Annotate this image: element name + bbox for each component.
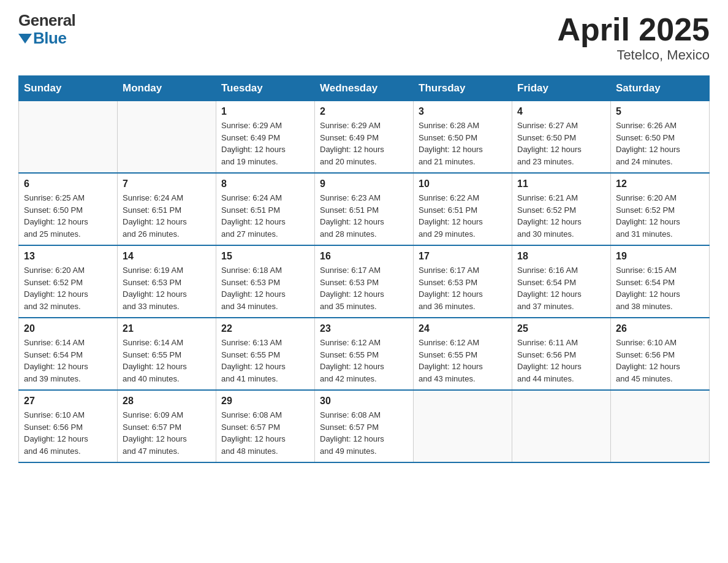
day-info: Sunrise: 6:24 AM Sunset: 6:51 PM Dayligh… bbox=[221, 192, 309, 240]
calendar-day-cell: 28Sunrise: 6:09 AM Sunset: 6:57 PM Dayli… bbox=[118, 390, 216, 462]
day-number: 23 bbox=[320, 323, 408, 334]
calendar-day-cell: 26Sunrise: 6:10 AM Sunset: 6:56 PM Dayli… bbox=[611, 318, 710, 390]
day-info: Sunrise: 6:26 AM Sunset: 6:50 PM Dayligh… bbox=[616, 120, 704, 167]
day-info: Sunrise: 6:12 AM Sunset: 6:55 PM Dayligh… bbox=[320, 337, 408, 385]
day-info: Sunrise: 6:20 AM Sunset: 6:52 PM Dayligh… bbox=[616, 192, 704, 240]
weekday-header: Monday bbox=[118, 76, 216, 101]
day-info: Sunrise: 6:10 AM Sunset: 6:56 PM Dayligh… bbox=[616, 337, 704, 385]
day-number: 19 bbox=[616, 251, 704, 262]
day-info: Sunrise: 6:09 AM Sunset: 6:57 PM Dayligh… bbox=[123, 409, 211, 457]
day-number: 20 bbox=[24, 323, 112, 334]
day-info: Sunrise: 6:11 AM Sunset: 6:56 PM Dayligh… bbox=[517, 337, 605, 385]
calendar-day-cell: 15Sunrise: 6:18 AM Sunset: 6:53 PM Dayli… bbox=[216, 245, 315, 318]
day-number: 22 bbox=[221, 323, 309, 334]
calendar-day-cell bbox=[414, 390, 512, 462]
day-number: 9 bbox=[320, 178, 408, 190]
day-info: Sunrise: 6:29 AM Sunset: 6:49 PM Dayligh… bbox=[221, 120, 309, 167]
calendar-day-cell: 24Sunrise: 6:12 AM Sunset: 6:55 PM Dayli… bbox=[414, 318, 512, 390]
calendar-table: SundayMondayTuesdayWednesdayThursdayFrid… bbox=[18, 75, 710, 463]
weekday-header: Saturday bbox=[611, 76, 710, 101]
weekday-header: Thursday bbox=[414, 76, 512, 101]
page-subtitle: Tetelco, Mexico bbox=[557, 47, 710, 63]
calendar-day-cell: 11Sunrise: 6:21 AM Sunset: 6:52 PM Dayli… bbox=[512, 173, 611, 245]
calendar-day-cell: 13Sunrise: 6:20 AM Sunset: 6:52 PM Dayli… bbox=[19, 245, 118, 318]
calendar-day-cell bbox=[118, 101, 216, 174]
day-info: Sunrise: 6:22 AM Sunset: 6:51 PM Dayligh… bbox=[419, 192, 507, 240]
day-number: 1 bbox=[221, 106, 309, 117]
calendar-day-cell: 25Sunrise: 6:11 AM Sunset: 6:56 PM Dayli… bbox=[512, 318, 611, 390]
day-number: 5 bbox=[616, 106, 704, 117]
day-info: Sunrise: 6:23 AM Sunset: 6:51 PM Dayligh… bbox=[320, 192, 408, 240]
day-number: 11 bbox=[517, 178, 605, 190]
logo-bottom-row: Blue bbox=[18, 29, 75, 48]
day-number: 17 bbox=[419, 251, 507, 262]
weekday-header: Wednesday bbox=[315, 76, 414, 101]
day-info: Sunrise: 6:18 AM Sunset: 6:53 PM Dayligh… bbox=[221, 264, 309, 312]
calendar-day-cell: 6Sunrise: 6:25 AM Sunset: 6:50 PM Daylig… bbox=[19, 173, 118, 245]
weekday-header: Tuesday bbox=[216, 76, 315, 101]
day-info: Sunrise: 6:14 AM Sunset: 6:54 PM Dayligh… bbox=[24, 337, 112, 385]
day-info: Sunrise: 6:13 AM Sunset: 6:55 PM Dayligh… bbox=[221, 337, 309, 385]
day-number: 6 bbox=[24, 178, 112, 190]
weekday-row: SundayMondayTuesdayWednesdayThursdayFrid… bbox=[19, 76, 710, 101]
calendar-week-row: 6Sunrise: 6:25 AM Sunset: 6:50 PM Daylig… bbox=[19, 173, 710, 245]
calendar-day-cell: 4Sunrise: 6:27 AM Sunset: 6:50 PM Daylig… bbox=[512, 101, 611, 174]
calendar-day-cell: 16Sunrise: 6:17 AM Sunset: 6:53 PM Dayli… bbox=[315, 245, 414, 318]
calendar-header: SundayMondayTuesdayWednesdayThursdayFrid… bbox=[19, 76, 710, 101]
day-number: 2 bbox=[320, 106, 408, 117]
calendar-body: 1Sunrise: 6:29 AM Sunset: 6:49 PM Daylig… bbox=[19, 101, 710, 463]
calendar-day-cell: 2Sunrise: 6:29 AM Sunset: 6:49 PM Daylig… bbox=[315, 101, 414, 174]
day-info: Sunrise: 6:19 AM Sunset: 6:53 PM Dayligh… bbox=[123, 264, 211, 312]
day-number: 15 bbox=[221, 251, 309, 262]
day-number: 26 bbox=[616, 323, 704, 334]
calendar-week-row: 1Sunrise: 6:29 AM Sunset: 6:49 PM Daylig… bbox=[19, 101, 710, 174]
day-info: Sunrise: 6:14 AM Sunset: 6:55 PM Dayligh… bbox=[123, 337, 211, 385]
day-number: 3 bbox=[419, 106, 507, 117]
calendar-day-cell: 14Sunrise: 6:19 AM Sunset: 6:53 PM Dayli… bbox=[118, 245, 216, 318]
calendar-day-cell: 23Sunrise: 6:12 AM Sunset: 6:55 PM Dayli… bbox=[315, 318, 414, 390]
calendar-day-cell: 10Sunrise: 6:22 AM Sunset: 6:51 PM Dayli… bbox=[414, 173, 512, 245]
calendar-day-cell bbox=[512, 390, 611, 462]
day-number: 14 bbox=[123, 251, 211, 262]
day-number: 16 bbox=[320, 251, 408, 262]
day-info: Sunrise: 6:25 AM Sunset: 6:50 PM Dayligh… bbox=[24, 192, 112, 240]
calendar-day-cell: 1Sunrise: 6:29 AM Sunset: 6:49 PM Daylig… bbox=[216, 101, 315, 174]
day-info: Sunrise: 6:17 AM Sunset: 6:53 PM Dayligh… bbox=[320, 264, 408, 312]
calendar-day-cell bbox=[19, 101, 118, 174]
calendar-day-cell: 17Sunrise: 6:17 AM Sunset: 6:53 PM Dayli… bbox=[414, 245, 512, 318]
day-number: 28 bbox=[123, 396, 211, 407]
calendar-day-cell: 27Sunrise: 6:10 AM Sunset: 6:56 PM Dayli… bbox=[19, 390, 118, 462]
day-info: Sunrise: 6:08 AM Sunset: 6:57 PM Dayligh… bbox=[320, 409, 408, 457]
calendar-week-row: 27Sunrise: 6:10 AM Sunset: 6:56 PM Dayli… bbox=[19, 390, 710, 462]
day-number: 7 bbox=[123, 178, 211, 190]
day-info: Sunrise: 6:16 AM Sunset: 6:54 PM Dayligh… bbox=[517, 264, 605, 312]
day-number: 24 bbox=[419, 323, 507, 334]
day-info: Sunrise: 6:08 AM Sunset: 6:57 PM Dayligh… bbox=[221, 409, 309, 457]
calendar-day-cell: 18Sunrise: 6:16 AM Sunset: 6:54 PM Dayli… bbox=[512, 245, 611, 318]
day-number: 25 bbox=[517, 323, 605, 334]
calendar-day-cell: 5Sunrise: 6:26 AM Sunset: 6:50 PM Daylig… bbox=[611, 101, 710, 174]
page-header: General Blue April 2025 Tetelco, Mexico bbox=[18, 12, 710, 63]
day-info: Sunrise: 6:28 AM Sunset: 6:50 PM Dayligh… bbox=[419, 120, 507, 167]
day-number: 27 bbox=[24, 396, 112, 407]
calendar-week-row: 20Sunrise: 6:14 AM Sunset: 6:54 PM Dayli… bbox=[19, 318, 710, 390]
day-info: Sunrise: 6:20 AM Sunset: 6:52 PM Dayligh… bbox=[24, 264, 112, 312]
day-number: 29 bbox=[221, 396, 309, 407]
day-number: 13 bbox=[24, 251, 112, 262]
calendar-day-cell: 20Sunrise: 6:14 AM Sunset: 6:54 PM Dayli… bbox=[19, 318, 118, 390]
weekday-header: Friday bbox=[512, 76, 611, 101]
page-title: April 2025 bbox=[557, 12, 710, 47]
title-block: April 2025 Tetelco, Mexico bbox=[557, 12, 710, 63]
day-number: 4 bbox=[517, 106, 605, 117]
day-info: Sunrise: 6:27 AM Sunset: 6:50 PM Dayligh… bbox=[517, 120, 605, 167]
day-info: Sunrise: 6:12 AM Sunset: 6:55 PM Dayligh… bbox=[419, 337, 507, 385]
day-info: Sunrise: 6:10 AM Sunset: 6:56 PM Dayligh… bbox=[24, 409, 112, 457]
calendar-day-cell: 22Sunrise: 6:13 AM Sunset: 6:55 PM Dayli… bbox=[216, 318, 315, 390]
calendar-day-cell: 8Sunrise: 6:24 AM Sunset: 6:51 PM Daylig… bbox=[216, 173, 315, 245]
calendar-day-cell: 7Sunrise: 6:24 AM Sunset: 6:51 PM Daylig… bbox=[118, 173, 216, 245]
calendar-day-cell: 30Sunrise: 6:08 AM Sunset: 6:57 PM Dayli… bbox=[315, 390, 414, 462]
day-info: Sunrise: 6:29 AM Sunset: 6:49 PM Dayligh… bbox=[320, 120, 408, 167]
day-number: 30 bbox=[320, 396, 408, 407]
calendar-week-row: 13Sunrise: 6:20 AM Sunset: 6:52 PM Dayli… bbox=[19, 245, 710, 318]
logo-icon: General Blue bbox=[18, 12, 75, 48]
